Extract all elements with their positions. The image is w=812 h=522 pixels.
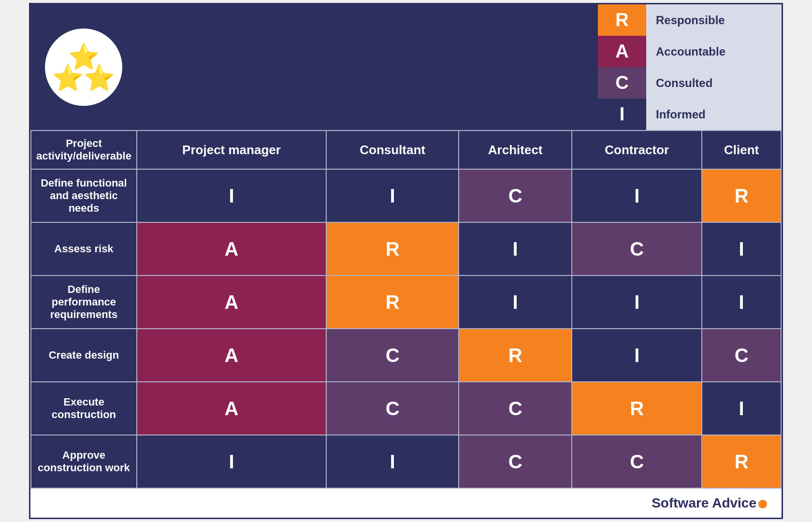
brand-dot — [758, 500, 767, 508]
raci-cell: A — [137, 222, 326, 276]
raci-cell: R — [459, 329, 572, 382]
legend-label: Informed — [646, 99, 782, 130]
table-row: Assess riskARICI — [31, 222, 781, 276]
main-container: ⭐ ⭐⭐ R Responsible A Accountable C Consu… — [29, 3, 783, 519]
table-body: Define functional and aesthetic needsIIC… — [31, 169, 781, 488]
raci-table: Project activity/deliverableProject mana… — [30, 130, 782, 489]
col-header: Project activity/deliverable — [31, 130, 137, 169]
legend-code: R — [598, 4, 646, 36]
raci-cell: C — [572, 222, 702, 276]
raci-cell: I — [459, 222, 572, 276]
table-row: Approve construction workIICCR — [31, 435, 781, 488]
brand-name: Software Advice — [652, 495, 767, 511]
raci-cell: C — [459, 435, 572, 488]
raci-cell: I — [572, 329, 702, 382]
activity-cell: Approve construction work — [31, 435, 137, 488]
activity-cell: Define performance requirements — [31, 276, 137, 329]
raci-cell: C — [459, 169, 572, 222]
logo-circle: ⭐ ⭐⭐ — [45, 29, 122, 106]
legend-item-i: I Informed — [598, 99, 782, 130]
table-row: Execute constructionACCRI — [31, 382, 781, 435]
raci-cell: C — [459, 382, 572, 435]
raci-cell: C — [326, 382, 459, 435]
col-header: Client — [702, 130, 781, 169]
legend-code: C — [598, 67, 646, 99]
raci-cell: I — [572, 276, 702, 329]
col-header: Contractor — [572, 130, 702, 169]
stars-icon: ⭐ ⭐⭐ — [52, 44, 115, 90]
raci-cell: A — [137, 382, 326, 435]
legend-item-a: A Accountable — [598, 36, 782, 67]
legend-label: Accountable — [646, 36, 782, 67]
raci-cell: I — [459, 276, 572, 329]
raci-cell: C — [702, 329, 781, 382]
activity-cell: Create design — [31, 329, 137, 382]
raci-cell: I — [326, 435, 459, 488]
raci-cell: I — [702, 276, 781, 329]
col-header: Consultant — [326, 130, 459, 169]
legend-item-r: R Responsible — [598, 4, 782, 36]
raci-cell: A — [137, 276, 326, 329]
raci-cell: I — [702, 222, 781, 276]
activity-cell: Assess risk — [31, 222, 137, 276]
table-row: Define functional and aesthetic needsIIC… — [31, 169, 781, 222]
legend-label: Responsible — [646, 4, 782, 36]
header-section: ⭐ ⭐⭐ R Responsible A Accountable C Consu… — [30, 4, 782, 130]
activity-cell: Define functional and aesthetic needs — [31, 169, 137, 222]
raci-cell: I — [702, 382, 781, 435]
legend: R Responsible A Accountable C Consulted … — [598, 4, 782, 130]
raci-cell: R — [702, 169, 781, 222]
footer: Software Advice — [30, 489, 782, 518]
raci-cell: R — [572, 382, 702, 435]
raci-cell: R — [326, 276, 459, 329]
raci-cell: I — [326, 169, 459, 222]
raci-cell: A — [137, 329, 326, 382]
raci-cell: C — [326, 329, 459, 382]
raci-cell: C — [572, 435, 702, 488]
table-header-row: Project activity/deliverableProject mana… — [31, 130, 781, 169]
activity-cell: Execute construction — [31, 382, 137, 435]
col-header: Project manager — [137, 130, 326, 169]
raci-cell: I — [137, 435, 326, 488]
table-row: Define performance requirementsARIII — [31, 276, 781, 329]
legend-item-c: C Consulted — [598, 67, 782, 99]
legend-code: I — [598, 99, 646, 130]
raci-cell: R — [702, 435, 781, 488]
table-row: Create designACRIC — [31, 329, 781, 382]
legend-code: A — [598, 36, 646, 67]
col-header: Architect — [459, 130, 572, 169]
raci-cell: R — [326, 222, 459, 276]
legend-label: Consulted — [646, 67, 782, 99]
raci-cell: I — [572, 169, 702, 222]
raci-cell: I — [137, 169, 326, 222]
